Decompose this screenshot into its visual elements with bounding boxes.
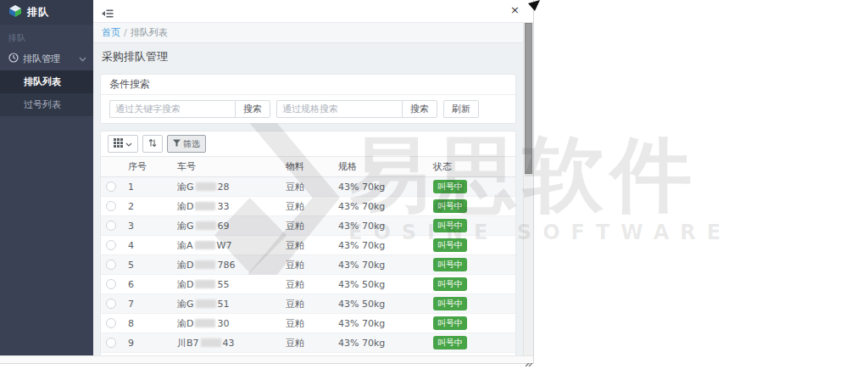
plate-prefix: 渝G [177, 221, 194, 232]
cell-material: 豆粕 [281, 333, 333, 353]
cell-index: 3 [123, 216, 172, 236]
content-scroll-area: 首页/排队列表 采购排队管理 条件搜索 搜索 搜索 刷新 [93, 23, 533, 363]
horizontal-scrollbar[interactable] [0, 355, 533, 363]
chevron-down-icon [125, 139, 132, 148]
cell-index: 5 [123, 255, 172, 275]
column-header-index[interactable]: 序号 [123, 157, 172, 177]
keyword-search-input[interactable] [109, 100, 235, 118]
chevron-down-icon [79, 53, 86, 64]
refresh-button[interactable]: 刷新 [443, 100, 479, 118]
column-header-material[interactable]: 物料 [281, 157, 333, 177]
cell-index: 6 [123, 275, 172, 294]
filter-button[interactable]: 筛选 [167, 135, 206, 153]
cell-spec: 43% 70kg [333, 216, 428, 236]
cell-spec: 43% 50kg [333, 294, 428, 314]
screen: 排队 排队 排队管理 排队列表 过号列表 [0, 0, 868, 369]
keyword-search-button[interactable]: 搜索 [235, 100, 270, 118]
cell-spec: 43% 70kg [333, 177, 428, 197]
app-window: 排队 排队 排队管理 排队列表 过号列表 [0, 0, 534, 364]
column-header-spec[interactable]: 规格 [333, 157, 428, 177]
cell-plate: 川B743 [172, 333, 281, 353]
scrollbar[interactable] [523, 23, 532, 355]
cell-plate: 渝D33 [172, 197, 281, 216]
table-header-row: 序号 车号 物料 规格 状态 [101, 157, 515, 177]
status-badge: 叫号中 [433, 238, 467, 252]
cell-material: 豆粕 [281, 197, 333, 216]
plate-prefix: 渝A [177, 240, 193, 251]
cell-index: 8 [123, 314, 172, 333]
row-radio[interactable] [106, 240, 116, 250]
plate-suffix: 43 [223, 338, 235, 349]
row-radio[interactable] [106, 260, 116, 270]
status-badge: 叫号中 [433, 316, 467, 330]
row-radio[interactable] [106, 201, 116, 211]
table-row[interactable]: 8 渝D30 豆粕 43% 70kg 叫号中 [101, 314, 515, 333]
cell-plate: 渝D55 [172, 275, 281, 294]
close-icon[interactable]: × [510, 4, 520, 16]
search-panel-title: 条件搜索 [101, 75, 515, 95]
table-row[interactable]: 3 渝G69 豆粕 43% 70kg 叫号中 [101, 216, 515, 236]
breadcrumb-separator: / [124, 27, 127, 38]
table-row[interactable]: 5 渝D786 豆粕 43% 70kg 叫号中 [101, 255, 515, 275]
table-row[interactable]: 6 渝D55 豆粕 43% 50kg 叫号中 [101, 275, 515, 294]
cell-spec: 43% 70kg [333, 236, 428, 255]
cell-material: 豆粕 [281, 294, 333, 314]
columns-button[interactable] [108, 135, 138, 153]
column-header-plate[interactable]: 车号 [172, 157, 281, 177]
sidebar-item-queue-list[interactable]: 排队列表 [0, 70, 93, 93]
breadcrumb-home-link[interactable]: 首页 [102, 27, 120, 38]
cell-material: 豆粕 [281, 255, 333, 275]
cell-plate: 渝G28 [172, 177, 281, 197]
cell-material: 豆粕 [281, 314, 333, 333]
status-badge: 叫号中 [433, 277, 467, 291]
sidebar-item-skipped-list[interactable]: 过号列表 [0, 93, 93, 116]
sidebar-group-label: 排队 [0, 25, 93, 48]
table-row[interactable]: 9 川B743 豆粕 43% 70kg 叫号中 [101, 333, 515, 353]
cell-plate: 渝D30 [172, 314, 281, 333]
table-row[interactable]: 2 渝D33 豆粕 43% 70kg 叫号中 [101, 197, 515, 216]
plate-prefix: 渝D [177, 279, 193, 290]
content: × 首页/排队列表 采购排队管理 条件搜索 搜索 [93, 0, 533, 363]
row-radio[interactable] [106, 279, 116, 289]
spec-search-button[interactable]: 搜索 [402, 100, 437, 118]
plate-suffix: 69 [218, 221, 230, 232]
sidebar-submenu: 排队列表 过号列表 [0, 70, 93, 116]
spec-search-input[interactable] [276, 100, 402, 118]
column-header-status[interactable]: 状态 [428, 157, 515, 177]
table-row[interactable]: 7 渝G51 豆粕 43% 50kg 叫号中 [101, 294, 515, 314]
status-badge: 叫号中 [433, 258, 467, 271]
sort-icon [148, 138, 157, 149]
row-radio[interactable] [106, 338, 116, 348]
sidebar-toggle-icon[interactable] [102, 6, 114, 22]
breadcrumb: 首页/排队列表 [93, 23, 523, 43]
brand-logo-icon [8, 4, 22, 21]
plate-suffix: 33 [217, 201, 229, 212]
cell-index: 1 [123, 177, 172, 197]
cell-spec: 43% 70kg [333, 333, 428, 353]
topbar: × [93, 0, 533, 23]
redacted-plate-segment [196, 221, 216, 230]
redacted-plate-segment [195, 260, 215, 269]
scrollbar-thumb[interactable] [525, 23, 532, 174]
spec-search-group: 搜索 [276, 100, 437, 118]
row-radio[interactable] [106, 299, 116, 309]
cell-status: 叫号中 [428, 314, 515, 333]
row-radio[interactable] [106, 182, 116, 192]
menu-item-label: 排队管理 [23, 53, 60, 65]
plate-prefix: 川B7 [177, 338, 199, 349]
table-row[interactable]: 4 渝AW7 豆粕 43% 70kg 叫号中 [101, 236, 515, 255]
table-row[interactable]: 1 渝G28 豆粕 43% 70kg 叫号中 [101, 177, 515, 197]
cell-material: 豆粕 [281, 216, 333, 236]
sidebar-item-queue-management[interactable]: 排队管理 [0, 48, 93, 70]
brand: 排队 [0, 0, 93, 25]
cell-material: 豆粕 [281, 236, 333, 255]
cell-plate: 渝AW7 [172, 236, 281, 255]
breadcrumb-current: 排队列表 [131, 27, 168, 38]
cell-status: 叫号中 [428, 177, 515, 197]
redacted-plate-segment [195, 202, 215, 210]
sort-button[interactable] [142, 135, 163, 153]
cell-status: 叫号中 [428, 275, 515, 294]
status-badge: 叫号中 [433, 199, 467, 213]
row-radio[interactable] [106, 221, 116, 231]
row-radio[interactable] [106, 318, 116, 328]
